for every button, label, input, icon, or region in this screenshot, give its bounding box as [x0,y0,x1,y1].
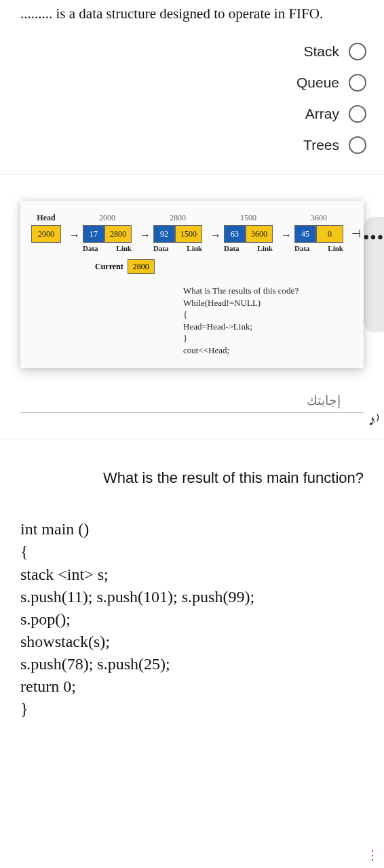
node-data: 17 [83,225,104,243]
head-column: Head 2000 [31,213,61,252]
code-question-block: What is The results of this code? While(… [183,285,357,356]
node-data: 45 [294,225,316,243]
node-link: 1500 [175,225,202,243]
arrow-icon: → [140,229,151,244]
corner-icon: ⋮ [366,848,379,863]
code-line: } [183,332,357,344]
option-row-queue[interactable]: Queue [0,67,384,98]
code-line: { [183,309,357,321]
data-label: Data [83,244,98,252]
arrow-icon: → [281,229,292,244]
radio-icon[interactable] [349,43,366,60]
question-1-card: ......... is a data structure designed t… [0,0,384,161]
code-line: While(Head!=NULL) [183,297,357,309]
answer-input-label[interactable]: إجابتك [20,389,364,413]
head-label: Head [37,213,55,223]
code-line: What is The results of this code? [183,285,357,297]
q1-text: ......... is a data structure designed t… [0,0,384,36]
arrow-icon: → [210,229,221,244]
overflow-menu-pill[interactable]: ••• [364,217,384,332]
node-addr: 2000 [99,213,115,223]
code-line: Head=Head->Link; [183,321,357,333]
link-label: Link [257,244,273,252]
option-label: Trees [303,137,339,153]
radio-icon[interactable] [349,105,366,123]
question-3-card: ?What is the result of this main functio… [0,439,384,720]
node-addr: 2800 [170,213,186,223]
radio-icon[interactable] [349,136,366,154]
code-line: int main () [20,518,384,540]
q3-code-block: int main () { stack <int> s; s.push(11);… [0,487,384,720]
arrow-end-icon: ⊣ [351,227,361,243]
q3-title: ?What is the result of this main functio… [0,469,384,487]
option-row-stack[interactable]: Stack [0,36,384,67]
data-label: Data [153,244,169,252]
list-node: 2800 92 1500 Data Link [153,213,202,252]
current-label: Current [95,262,123,272]
link-label: Link [187,244,202,252]
node-data: 92 [153,225,175,243]
list-node: 3600 45 0 Data Link [294,213,343,252]
current-cell: 2800 [128,259,155,274]
code-line: showstack(s); [20,631,384,653]
code-line: s.push(11); s.push(101); s.push(99); [20,586,384,608]
radio-icon[interactable] [349,74,366,92]
node-addr: 3600 [311,213,327,223]
list-node: 2000 17 2800 Data Link [83,213,132,252]
list-node: 1500 63 3600 Data Link [224,213,273,252]
code-line: s.pop(); [20,608,384,631]
option-label: Array [305,106,339,122]
linked-list-diagram: Head 2000 → 2000 17 2800 Data Link → [20,201,364,368]
code-line: s.push(78); s.push(25); [20,653,384,675]
node-link: 0 [316,225,343,243]
link-label: Link [116,244,132,252]
music-float-icon[interactable]: ♪⁾ [364,403,384,437]
option-label: Queue [296,75,339,91]
code-line: cout<<Head; [183,344,357,357]
option-row-trees[interactable]: Trees [0,130,384,161]
head-cell: 2000 [31,225,61,243]
arrow-icon: → [69,229,80,244]
current-row: Current 2800 [95,259,357,274]
node-link: 2800 [104,225,132,243]
code-line: } [20,698,384,720]
node-data: 63 [224,225,246,243]
node-link: 3600 [246,225,273,243]
data-label: Data [294,244,310,252]
code-line: { [20,540,384,563]
option-label: Stack [303,43,339,60]
question-2-card: Head 2000 → 2000 17 2800 Data Link → [0,174,384,427]
code-line: return 0; [20,675,384,698]
option-row-array[interactable]: Array [0,98,384,130]
data-label: Data [224,244,239,252]
node-addr: 1500 [240,213,256,223]
linked-list-row: Head 2000 → 2000 17 2800 Data Link → [27,213,357,252]
code-line: stack <int> s; [20,564,384,586]
link-label: Link [328,244,343,252]
dots-icon: ••• [363,228,384,247]
